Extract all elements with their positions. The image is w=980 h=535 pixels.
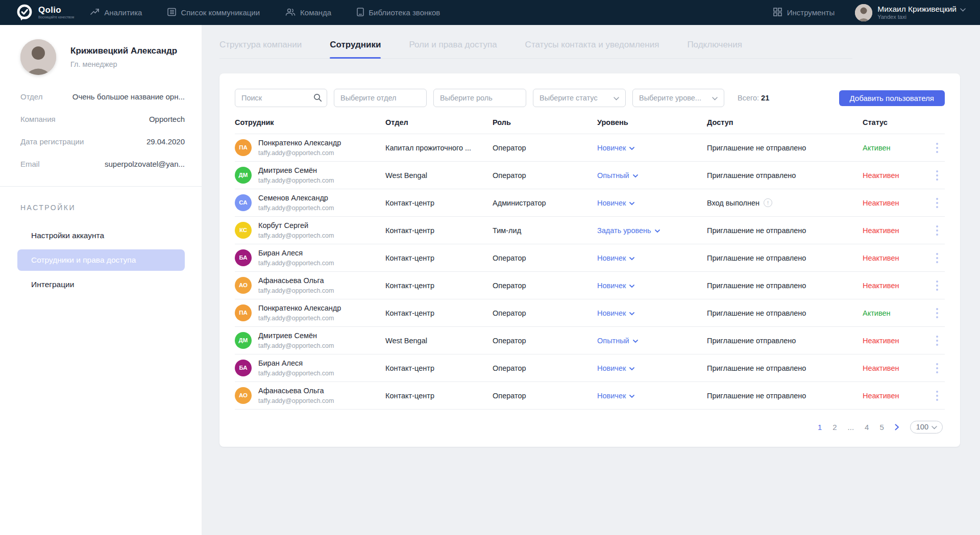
employee-cell: БАБиран Алесяtaffy.addy@opportech.com [235, 249, 385, 266]
info-label: Email [20, 160, 40, 168]
user-menu[interactable]: Михаил Криживецкий Yandex taxi [855, 4, 966, 21]
department-cell: Контакт-центр [385, 282, 493, 290]
level-dropdown[interactable]: Новичек [597, 199, 634, 207]
page-number[interactable]: 4 [865, 423, 869, 431]
filter-select-3[interactable]: Выберите статус [533, 89, 626, 107]
level-dropdown[interactable]: Новичек [597, 392, 634, 400]
employee-name: Афанасьева Ольга [258, 387, 334, 395]
tab[interactable]: Структура компании [219, 40, 302, 58]
profile-info-row: ОтделОчень большое название орн... [20, 92, 185, 115]
page-ellipsis: ... [848, 423, 854, 431]
profile-info-row: КомпанияOpportech [20, 115, 185, 137]
page-number[interactable]: 1 [818, 423, 822, 431]
level-dropdown[interactable]: Новичек [597, 309, 634, 317]
top-navbar: Qolio Восхищайте качеством АналитикаСпис… [0, 0, 980, 25]
info-icon[interactable]: ! [764, 198, 772, 207]
table-row: КСКорбут Сергейtaffy.addy@opportech.comК… [235, 217, 945, 244]
level-dropdown[interactable]: Новичек [597, 254, 634, 262]
main-content: Структура компанииСотрудникиРоли и права… [202, 25, 980, 447]
settings-item[interactable]: Настройки аккаунта [17, 225, 185, 246]
role-cell: Оператор [493, 254, 597, 262]
filter-select-1[interactable]: Выберите отдел [334, 89, 427, 107]
filter-select-4[interactable]: Выберите урове... [632, 89, 724, 107]
settings-item[interactable]: Интеграции [17, 274, 185, 295]
tab[interactable]: Статусы контакта и уведомления [525, 40, 659, 58]
chevron-down-icon [960, 5, 966, 14]
tab[interactable]: Сотрудники [330, 40, 381, 58]
next-page-icon[interactable] [895, 424, 899, 430]
access-label: Приглашение не отправлено [707, 309, 806, 317]
chevron-down-icon [932, 423, 937, 431]
employee-email: taffy.addy@opportech.com [258, 260, 334, 267]
row-kebab-menu-icon[interactable] [929, 223, 945, 238]
level-dropdown[interactable]: Новичек [597, 282, 634, 290]
column-header: Сотрудник [235, 118, 385, 126]
row-kebab-menu-icon[interactable] [929, 196, 945, 210]
employee-avatar: БА [235, 249, 252, 266]
row-kebab-menu-icon[interactable] [929, 334, 945, 348]
page-size-value: 100 [916, 423, 928, 431]
row-kebab-menu-icon[interactable] [929, 251, 945, 265]
qolio-logo[interactable]: Qolio Восхищайте качеством [15, 3, 74, 22]
status-cell: Неактивен [863, 392, 929, 400]
level-dropdown[interactable]: Опытный [597, 337, 638, 345]
row-kebab-menu-icon[interactable] [929, 168, 945, 183]
row-kebab-menu-icon[interactable] [929, 141, 945, 155]
filter-select-2[interactable]: Выберите роль [433, 89, 526, 107]
search-icon [313, 93, 322, 104]
settings-item[interactable]: Сотрудники и права доступа [17, 249, 185, 271]
chevron-down-icon [633, 171, 638, 180]
pagination: 12...45100 [235, 421, 945, 438]
level-label: Новичек [597, 282, 626, 290]
employee-name: Биран Алеся [258, 359, 334, 368]
row-kebab-menu-icon[interactable] [929, 278, 945, 293]
page-size-select[interactable]: 100 [910, 421, 943, 434]
search-box [235, 89, 327, 107]
select-placeholder: Выберите отдел [340, 94, 396, 102]
level-cell: Новичек [597, 282, 707, 290]
row-kebab-menu-icon[interactable] [929, 389, 945, 403]
status-cell: Неактивен [863, 226, 929, 235]
page-number[interactable]: 5 [879, 423, 884, 431]
access-label: Приглашение отправлено [707, 171, 796, 180]
role-cell: Тим-лид [493, 226, 597, 235]
chevron-down-icon [712, 94, 718, 102]
nav-item-1[interactable]: Аналитика [90, 8, 142, 17]
employee-avatar: ПА [235, 304, 252, 321]
add-user-button[interactable]: Добавить пользователя [839, 90, 945, 106]
role-cell: Оператор [493, 309, 597, 317]
profile-sidebar: Криживецкий Александр Гл. менеджер Отдел… [0, 25, 202, 535]
access-cell: Приглашение отправлено [707, 171, 863, 180]
profile-role: Гл. менеджер [70, 60, 177, 68]
level-dropdown[interactable]: Опытный [597, 171, 638, 180]
table-row: АОАфанасьева Ольгаtaffy.addy@opportech.c… [235, 382, 945, 410]
nav-item-2[interactable]: Список коммуникации [167, 8, 260, 18]
settings-heading: НАСТРОЙКИ [20, 203, 185, 212]
level-cell: Опытный [597, 171, 707, 180]
tab[interactable]: Подключения [687, 40, 742, 58]
employee-cell: ДМДмитриев Семёнtaffy.addy@opportech.com [235, 166, 385, 184]
nav-item-3[interactable]: Команда [285, 8, 331, 17]
page-number[interactable]: 2 [832, 423, 837, 431]
employee-email: taffy.addy@opportech.com [258, 177, 334, 184]
employee-cell: КСКорбут Сергейtaffy.addy@opportech.com [235, 221, 385, 239]
employee-avatar: АО [235, 277, 252, 294]
row-kebab-menu-icon[interactable] [929, 361, 945, 375]
level-dropdown[interactable]: Задать уровень [597, 226, 660, 235]
settings-menu: Настройки аккаунтаСотрудники и права дос… [17, 225, 185, 295]
table-row: АОАфанасьева Ольгаtaffy.addy@opportech.c… [235, 272, 945, 299]
level-dropdown[interactable]: Новичек [597, 364, 634, 372]
access-label: Приглашение не отправлено [707, 392, 806, 400]
level-dropdown[interactable]: Новичек [597, 144, 634, 152]
row-kebab-menu-icon[interactable] [929, 306, 945, 320]
tools-menu[interactable]: Инструменты [773, 8, 835, 18]
tab[interactable]: Роли и права доступа [409, 40, 497, 58]
level-cell: Новичек [597, 254, 707, 262]
department-cell: Контакт-центр [385, 199, 493, 207]
level-label: Новичек [597, 199, 626, 207]
nav-item-4[interactable]: Библиотека звонков [357, 8, 440, 18]
nav-item-label: Список коммуникации [181, 8, 260, 17]
nav-item-label: Команда [300, 8, 331, 17]
info-value: superpolzovatel@yan... [105, 160, 185, 168]
info-value: Opportech [149, 115, 185, 123]
